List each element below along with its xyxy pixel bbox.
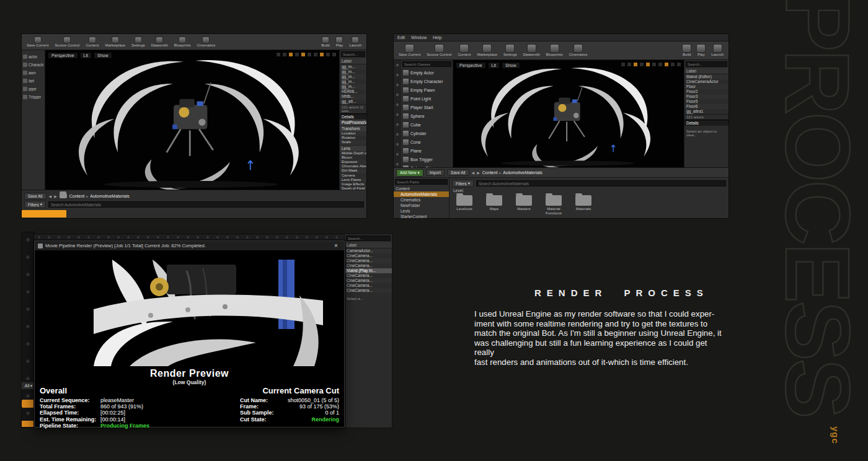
outliner-row[interactable]: gg_m...	[340, 84, 366, 89]
outliner-row[interactable]: CineCamera...	[345, 288, 392, 293]
toolbar-button[interactable]: Marketplace	[474, 44, 500, 57]
lens-property-row[interactable]: Dirt Mask	[340, 169, 366, 173]
toolbar-button[interactable]: Datasmith	[149, 37, 170, 48]
outliner-row[interactable]: Floor3	[684, 94, 728, 99]
tree-folder-row[interactable]: Levis	[394, 208, 449, 214]
outliner-search-input[interactable]	[686, 61, 727, 67]
outliner-label-header[interactable]: Label	[684, 68, 728, 74]
viewport-show-button[interactable]: Show	[502, 62, 520, 69]
viewport-icon[interactable]	[670, 62, 675, 67]
filters-button[interactable]: Filters ▾	[24, 201, 46, 208]
forward-icon[interactable]: ▶	[477, 170, 480, 175]
place-actors-search-input[interactable]	[402, 61, 451, 67]
menu-item[interactable]: Window	[411, 35, 427, 40]
toolbar-button[interactable]: Source Control	[52, 37, 82, 48]
folder-tile[interactable]: Levelcuts	[452, 195, 477, 215]
forward-icon[interactable]: ▶	[54, 194, 57, 198]
viewport-icon[interactable]	[676, 62, 681, 67]
place-actor-item[interactable]: Box Trigger	[401, 155, 453, 164]
place-actor-item[interactable]: Empty Actor	[401, 68, 453, 77]
viewport-icon[interactable]	[294, 52, 299, 57]
selected-object-label[interactable]: PostProcessVolume	[340, 120, 366, 125]
viewport-icon[interactable]	[332, 52, 337, 57]
outliner-row[interactable]: CameraActor...	[345, 248, 392, 253]
outliner-row[interactable]: gg_m...	[340, 79, 366, 84]
folder-tile[interactable]: Materials	[571, 195, 596, 215]
viewport-icon[interactable]	[326, 52, 330, 57]
place-actor-item[interactable]: Trigger	[22, 93, 45, 101]
viewport-icon[interactable]	[627, 62, 632, 67]
breadcrumb-item[interactable]: Content	[482, 170, 498, 175]
place-actor-item[interactable]: Empty Character	[401, 77, 453, 86]
viewport-1[interactable]: Perspective Lit Show	[45, 50, 339, 190]
back-icon[interactable]: ◀	[472, 170, 475, 175]
viewport-icon[interactable]	[621, 62, 626, 67]
outliner-label-header[interactable]: Label	[340, 58, 366, 64]
outliner-row[interactable]: Floor6	[684, 104, 728, 109]
viewport-show-button[interactable]: Show	[94, 52, 112, 59]
outliner-row[interactable]: gg_m...	[340, 74, 366, 79]
folder-tile[interactable]: Masters	[512, 195, 536, 215]
lens-property-row[interactable]: Mobile Depth of Field	[340, 151, 366, 156]
outliner-row[interactable]: gg_m...	[340, 64, 366, 69]
lens-property-row[interactable]: Lens Flares	[340, 178, 366, 182]
tree-folder-row[interactable]: StarterContent	[394, 214, 449, 218]
place-actor-item[interactable]: gger	[22, 85, 45, 93]
menu-item[interactable]: Help	[433, 35, 441, 40]
breadcrumb-item[interactable]: Content	[69, 194, 85, 198]
outliner-row[interactable]: HDRIB...	[340, 89, 366, 94]
transform-row[interactable]: Rotation	[340, 136, 366, 140]
transform-row[interactable]: Location	[340, 131, 366, 136]
viewport-2[interactable]: Perspective Lit Show	[453, 60, 684, 167]
outliner-label-header[interactable]: Label	[345, 242, 392, 248]
viewport-icon[interactable]	[301, 52, 306, 57]
filters-button[interactable]: Filters ▾	[452, 180, 474, 187]
import-button[interactable]: Import	[426, 169, 445, 176]
toolbar-button[interactable]: Blueprints	[172, 37, 193, 48]
toolbar-button[interactable]: Marketplace	[102, 37, 128, 48]
toolbar-button[interactable]: Cinematics	[566, 44, 590, 57]
place-actor-item[interactable]: Point Light	[401, 94, 453, 103]
viewport-icon[interactable]	[639, 62, 644, 67]
outliner-row[interactable]: Floor	[684, 84, 728, 89]
lens-property-row[interactable]: Chromatic Aberration	[340, 164, 366, 169]
back-icon[interactable]: ◀	[49, 194, 52, 198]
viewport-perspective-button[interactable]: Perspective	[48, 52, 78, 59]
viewport-icon[interactable]	[652, 62, 657, 67]
viewport-icon[interactable]	[276, 52, 281, 57]
viewport-icon[interactable]	[307, 52, 312, 57]
menu-item[interactable]: Edit	[397, 35, 405, 40]
lens-property-row[interactable]: Bloom	[340, 156, 366, 160]
toolbar-button[interactable]: Blueprints	[544, 44, 565, 57]
place-actor-item[interactable]: Plane	[401, 146, 453, 155]
breadcrumb-item[interactable]: AutomotiveMaterials	[497, 170, 542, 175]
toolbar-button[interactable]: Launch	[709, 44, 726, 57]
details-tab[interactable]: Details	[684, 120, 728, 126]
paths-search-input[interactable]	[395, 179, 448, 185]
toolbar-button[interactable]: Play	[694, 44, 707, 57]
outliner-row[interactable]: gg_att...	[340, 99, 366, 104]
viewport-icon[interactable]	[288, 52, 293, 57]
outliner-row[interactable]: gg_attra1	[684, 109, 728, 114]
outliner-row[interactable]: Floor5	[684, 99, 728, 104]
toolbar-button[interactable]: Content	[83, 37, 101, 48]
content-search-input[interactable]	[476, 180, 726, 187]
toolbar-button[interactable]: Save Current	[24, 37, 51, 48]
tree-folder-row[interactable]: Content	[394, 186, 449, 191]
outliner-row[interactable]: Maind (Editor)	[684, 74, 728, 79]
outliner-row[interactable]: CineCamera...	[345, 278, 392, 283]
viewport-perspective-button[interactable]: Perspective	[456, 62, 486, 69]
details-tab[interactable]: Details	[340, 113, 366, 120]
viewport-icon[interactable]	[313, 52, 318, 57]
outliner-row[interactable]: CineCamera...	[345, 283, 392, 288]
outliner-row[interactable]: Floor2	[684, 89, 728, 94]
outliner-row[interactable]: CineCamera...	[345, 263, 392, 268]
viewport-lit-button[interactable]: Lit	[80, 52, 92, 59]
tree-folder-row[interactable]: AutomotiveMaterials	[394, 191, 449, 197]
folder-tile[interactable]: Maps	[482, 195, 507, 215]
place-actor-item[interactable]: actor	[22, 53, 45, 61]
viewport-icon[interactable]	[633, 62, 638, 67]
outliner-row[interactable]: hfhfb...	[340, 94, 366, 99]
toolbar-button[interactable]: Datasmith	[521, 44, 542, 57]
lens-property-row[interactable]: Camera	[340, 173, 366, 178]
